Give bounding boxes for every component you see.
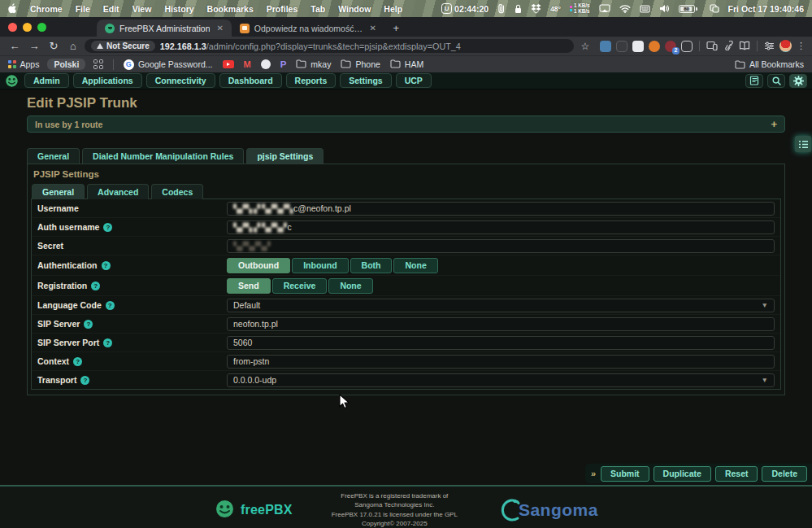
volume-icon[interactable] xyxy=(659,4,670,13)
menubar-item-window[interactable]: Window xyxy=(338,4,371,14)
extension-icon-2[interactable] xyxy=(616,41,627,52)
link-icon[interactable] xyxy=(723,39,734,54)
menubar-item-help[interactable]: Help xyxy=(384,4,402,14)
window-close-button[interactable] xyxy=(8,23,17,32)
extension-icon-3[interactable] xyxy=(632,41,644,52)
extension-icon-4[interactable] xyxy=(649,41,660,52)
browser-menu-icon[interactable]: ⋮ xyxy=(797,41,805,51)
extension-icon-1[interactable] xyxy=(600,41,611,52)
submit-button[interactable]: Submit xyxy=(601,466,649,482)
menubar-item-view[interactable]: View xyxy=(132,4,152,14)
username-input[interactable]: ▚▞▚ ▞ ▚▞▚▞▚c@neofon.tp.pl xyxy=(227,202,775,216)
screen-mirroring-icon[interactable] xyxy=(599,4,610,13)
nav-item-applications[interactable]: Applications xyxy=(73,73,142,88)
menubar-item-chrome[interactable]: Chrome xyxy=(30,4,63,14)
menubar-item-file[interactable]: File xyxy=(76,4,90,14)
browser-tab-odpowiedz[interactable]: Odpowiedz na wiadomość - N✕ xyxy=(232,20,384,37)
transport-input[interactable]: 0.0.0.0-udp▼ xyxy=(227,373,775,387)
bookmark-star-icon[interactable]: ☆ xyxy=(577,38,593,55)
bookmark-github[interactable] xyxy=(261,59,271,69)
help-icon[interactable]: ? xyxy=(80,376,89,385)
keyboard-icon[interactable] xyxy=(640,5,650,13)
authentication-option-none[interactable]: None xyxy=(393,258,437,273)
timer-status[interactable]: U 02:44:20 xyxy=(441,3,489,14)
spaces-icon[interactable] xyxy=(710,4,719,13)
context-input[interactable]: from-pstn xyxy=(227,355,775,369)
address-bar[interactable]: Not Secure 192.168.1.3/admin/config.php?… xyxy=(85,39,574,53)
secret-input[interactable]: ▚▞▚▞▚▞ xyxy=(227,239,775,253)
apple-menu-icon[interactable] xyxy=(8,3,17,14)
subtab-advanced[interactable]: Advanced xyxy=(87,184,149,199)
forward-button[interactable]: → xyxy=(26,38,42,55)
nav-item-admin[interactable]: Admin xyxy=(24,73,69,88)
nav-item-settings[interactable]: Settings xyxy=(340,73,391,88)
extension-icon-5[interactable]: 2 xyxy=(665,41,676,52)
duplicate-button[interactable]: Duplicate xyxy=(654,466,711,482)
authentication-option-both[interactable]: Both xyxy=(350,258,393,273)
bookmark-google-password[interactable]: GGoogle Password... xyxy=(124,59,213,70)
nav-item-ucp[interactable]: UCP xyxy=(396,73,432,88)
help-icon[interactable]: ? xyxy=(106,301,115,310)
language-code-input[interactable]: Default▼ xyxy=(227,299,775,312)
menubar-item-profiles[interactable]: Profiles xyxy=(267,4,298,14)
window-minimize-button[interactable] xyxy=(23,23,32,32)
dropbox-icon[interactable] xyxy=(531,4,541,14)
paperclip-icon[interactable] xyxy=(497,3,506,14)
menubar-item-bookmarks[interactable]: Bookmarks xyxy=(207,4,254,14)
authentication-option-outbound[interactable]: Outbound xyxy=(227,258,290,273)
network-speed-status[interactable]: 1 KB/s1 KB/s xyxy=(570,3,590,14)
tab-groups-icon[interactable] xyxy=(93,59,103,69)
tab-close-icon[interactable]: ✕ xyxy=(215,24,224,33)
security-chip[interactable]: Not Secure xyxy=(91,41,155,51)
help-icon[interactable]: ? xyxy=(84,320,93,329)
bookmark-ham[interactable]: HAM xyxy=(390,59,423,70)
bookmark-gmail[interactable]: M xyxy=(244,59,251,69)
search-button[interactable] xyxy=(767,74,785,88)
settings-gear-button[interactable] xyxy=(789,74,807,88)
registration-option-receive[interactable]: Receive xyxy=(272,278,328,294)
collapse-chevron[interactable]: » xyxy=(591,469,596,478)
reload-button[interactable]: ↻ xyxy=(46,38,62,55)
authentication-option-inbound[interactable]: Inbound xyxy=(292,258,348,273)
bookmark-polski-chip[interactable]: Polski xyxy=(47,59,85,70)
tab-pjsip-settings[interactable]: pjsip Settings xyxy=(246,148,323,164)
tab-general[interactable]: General xyxy=(27,148,80,164)
browser-tab-freepbx[interactable]: FreePBX Administration✕ xyxy=(97,20,232,37)
list-view-button[interactable] xyxy=(795,136,811,152)
send-to-device-icon[interactable] xyxy=(706,39,718,54)
subtab-general[interactable]: General xyxy=(32,184,85,199)
profile-avatar[interactable] xyxy=(779,40,792,52)
menubar-item-history[interactable]: History xyxy=(164,4,193,14)
sangoma-footer-brand[interactable]: Sangoma xyxy=(497,496,598,524)
new-tab-button[interactable]: + xyxy=(389,21,403,35)
bookmark-apps[interactable]: Apps xyxy=(8,59,39,69)
all-bookmarks[interactable]: All Bookmarks xyxy=(735,59,804,69)
sip-server-input[interactable]: neofon.tp.pl xyxy=(227,317,775,331)
menubar-item-edit[interactable]: Edit xyxy=(103,4,119,14)
tune-icon[interactable] xyxy=(764,39,775,54)
help-icon[interactable]: ? xyxy=(102,261,111,270)
tab-close-icon[interactable]: ✕ xyxy=(367,24,377,33)
nav-item-connectivity[interactable]: Connectivity xyxy=(146,73,215,88)
help-icon[interactable]: ? xyxy=(103,223,112,232)
extensions-puzzle-icon[interactable] xyxy=(681,41,693,52)
weather-status[interactable]: 48° xyxy=(550,5,561,13)
help-icon[interactable]: ? xyxy=(103,338,112,347)
freepbx-footer-brand[interactable]: freePBX xyxy=(214,499,293,521)
menubar-clock[interactable]: Fri Oct 17 19:40:46 xyxy=(728,4,804,14)
bookmark-mkay[interactable]: mkay xyxy=(296,59,331,70)
registration-option-none[interactable]: None xyxy=(328,278,372,294)
menubar-item-tab[interactable]: Tab xyxy=(310,4,325,14)
notice-expand-button[interactable]: + xyxy=(771,118,777,130)
bookmark-youtube[interactable] xyxy=(223,60,234,68)
bookmark-p-purple[interactable]: P xyxy=(280,59,287,69)
help-icon[interactable]: ? xyxy=(91,281,100,290)
help-icon[interactable]: ? xyxy=(73,357,82,366)
nav-item-reports[interactable]: Reports xyxy=(286,73,337,88)
reset-button[interactable]: Reset xyxy=(715,466,758,482)
back-button[interactable]: ← xyxy=(7,38,23,55)
lock-icon[interactable] xyxy=(515,4,522,14)
sip-server-port-input[interactable]: 5060 xyxy=(227,336,775,350)
nav-item-dashboard[interactable]: Dashboard xyxy=(219,73,282,88)
delete-button[interactable]: Delete xyxy=(762,466,807,482)
